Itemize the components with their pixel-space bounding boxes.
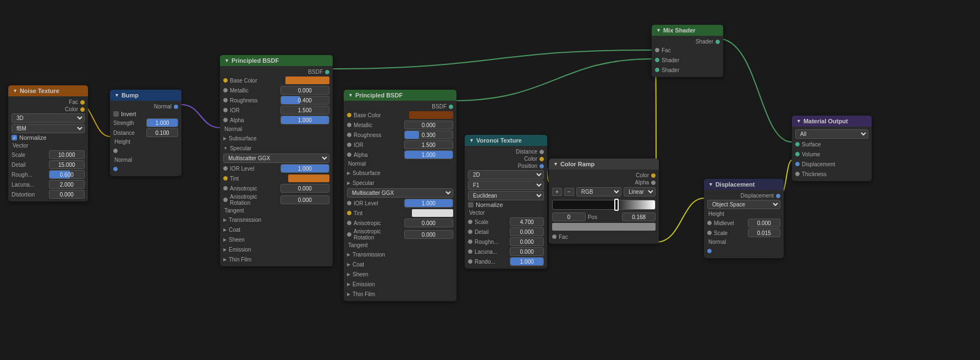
voronoi-euclidean-dropdown[interactable]: Euclidean — [468, 191, 544, 200]
pbsdf2-sheen-row[interactable]: ▶ Sheen — [344, 269, 456, 279]
voronoi-detail-row[interactable]: Detail 0.000 — [465, 227, 547, 237]
pbsdf1-metallic-field[interactable]: 0.000 — [280, 86, 330, 95]
color-ramp-mode-dropdown[interactable]: Linear — [624, 187, 656, 197]
bump-distance-field[interactable]: 0.100 — [146, 128, 178, 137]
mix-shader-collapse[interactable]: ▼ — [656, 28, 661, 33]
noise-3d-dropdown[interactable]: 3D — [12, 113, 85, 123]
displacement-space-dropdown[interactable]: Object Space — [707, 200, 780, 209]
pbsdf2-tint-swatch[interactable] — [412, 209, 453, 217]
bump-distance-row[interactable]: Distance 0.100 — [110, 128, 181, 138]
pbsdf2-ior-row[interactable]: IOR 1.500 — [344, 140, 456, 150]
color-ramp-pos-field[interactable]: 0.168 — [622, 212, 656, 221]
pbsdf2-iorlevel-row[interactable]: IOR Level 1.000 — [344, 198, 456, 208]
noise-lacunarity-row[interactable]: Lacuna... 2.000 — [8, 179, 88, 189]
color-ramp-remove-btn[interactable]: − — [564, 188, 574, 196]
pbsdf1-model-dropdown[interactable]: Multiscatter GGX — [223, 154, 329, 163]
noise-scale-field[interactable]: 10.000 — [49, 150, 85, 159]
color-ramp-bar[interactable] — [552, 200, 656, 210]
pbsdf1-ior-row[interactable]: IOR 1.500 — [220, 105, 333, 115]
voronoi-lacuna-field[interactable]: 0.000 — [510, 247, 544, 256]
pbsdf1-ior-field[interactable]: 1.500 — [280, 106, 330, 114]
pbsdf2-roughness-row[interactable]: Roughness 0.300 — [344, 130, 456, 140]
voronoi-roughn-field[interactable]: 0.000 — [510, 237, 544, 246]
pbsdf1-emission-row[interactable]: ▶ Emission — [220, 244, 333, 254]
pbsdf2-model-dropdown[interactable]: Multiscatter GGX — [347, 188, 453, 198]
voronoi-rando-field[interactable]: 1.000 — [510, 257, 544, 266]
voronoi-roughn-row[interactable]: Roughn... 0.000 — [465, 237, 547, 247]
pbsdf1-alpha-field[interactable]: 1.000 — [280, 116, 330, 124]
voronoi-scale-row[interactable]: Scale 4.700 — [465, 217, 547, 227]
pbsdf1-roughness-field[interactable]: 0.400 — [280, 96, 330, 105]
voronoi-lacuna-row[interactable]: Lacuna... 0.000 — [465, 247, 547, 257]
pbsdf1-basecolor-swatch[interactable] — [285, 77, 329, 84]
pbsdf1-roughness-row[interactable]: Roughness 0.400 — [220, 95, 333, 105]
pbsdf2-anisorot-field[interactable]: 0.000 — [404, 230, 454, 239]
bump-invert-check[interactable] — [113, 111, 119, 117]
noise-rough-field[interactable]: 0.600 — [49, 170, 85, 179]
color-ramp-index-field[interactable]: 0 — [552, 212, 586, 221]
pbsdf1-anisotropic-row[interactable]: Anisotropic 0.000 — [220, 183, 333, 193]
noise-scale-row[interactable]: Scale 10.000 — [8, 150, 88, 160]
displacement-scale-field[interactable]: 0.015 — [748, 228, 781, 237]
material-output-collapse[interactable]: ▼ — [796, 118, 801, 124]
noise-texture-collapse[interactable]: ▼ — [13, 88, 18, 94]
pbsdf1-subsurface-row[interactable]: ▶ Subsurface — [220, 133, 333, 143]
pbsdf2-alpha-row[interactable]: Alpha 1.000 — [344, 150, 456, 160]
bump-strength-field[interactable]: 1.000 — [146, 118, 178, 127]
pbsdf1-anisorot-row[interactable]: Anisotropic Rotation 0.000 — [220, 193, 333, 206]
pbsdf2-specular-row[interactable]: ▶ Specular — [344, 178, 456, 188]
pbsdf1-specular-row[interactable]: ▼ Specular — [220, 143, 333, 153]
noise-distortion-row[interactable]: Distortion 0.000 — [8, 189, 88, 199]
pbsdf2-basecolor-swatch[interactable] — [409, 111, 453, 119]
bump-collapse[interactable]: ▼ — [114, 92, 119, 98]
displacement-scale-row[interactable]: Scale 0.015 — [704, 228, 784, 238]
color-ramp-collapse[interactable]: ▼ — [553, 161, 558, 167]
color-ramp-swatch[interactable] — [552, 223, 656, 231]
voronoi-detail-field[interactable]: 0.000 — [510, 227, 544, 236]
pbsdf2-metallic-field[interactable]: 0.000 — [404, 121, 454, 129]
pbsdf2-emission-row[interactable]: ▶ Emission — [344, 279, 456, 289]
pbsdf1-anisorot-field[interactable]: 0.000 — [280, 195, 330, 204]
pbsdf2-anisorot-row[interactable]: Anisotropic Rotation 0.000 — [344, 228, 456, 241]
pbsdf1-iorlevel-field[interactable]: 1.000 — [280, 164, 330, 173]
bump-strength-row[interactable]: Strength 1.000 — [110, 118, 181, 128]
pbsdf2-collapse[interactable]: ▼ — [348, 92, 353, 98]
voronoi-rando-row[interactable]: Rando... 1.000 — [465, 257, 547, 266]
noise-normalize-check[interactable]: ✓ — [12, 135, 17, 140]
pbsdf1-alpha-row[interactable]: Alpha 1.000 — [220, 115, 333, 125]
noise-detail-field[interactable]: 15.000 — [49, 160, 85, 169]
pbsdf2-aniso-field[interactable]: 0.000 — [404, 219, 454, 227]
pbsdf1-thinfilm-row[interactable]: ▶ Thin Film — [220, 254, 333, 264]
voronoi-2d-dropdown[interactable]: 2D — [468, 170, 544, 179]
color-ramp-add-btn[interactable]: + — [552, 188, 562, 196]
pbsdf1-sheen-row[interactable]: ▶ Sheen — [220, 234, 333, 244]
matout-all-dropdown[interactable]: All — [795, 129, 868, 139]
color-ramp-stop[interactable] — [614, 199, 619, 211]
pbsdf2-iorlevel-field[interactable]: 1.000 — [404, 199, 454, 208]
displacement-collapse[interactable]: ▼ — [708, 182, 713, 187]
noise-lacunarity-field[interactable]: 2.000 — [49, 180, 85, 189]
pbsdf2-subsurface-row[interactable]: ▶ Subsurface — [344, 168, 456, 178]
pbsdf2-transmission-row[interactable]: ▶ Transmission — [344, 249, 456, 259]
pbsdf2-metallic-row[interactable]: Metallic 0.000 — [344, 120, 456, 130]
pbsdf1-tint-swatch[interactable] — [288, 174, 329, 182]
noise-fbm-dropdown[interactable]: fBM — [12, 124, 85, 133]
voronoi-f1-dropdown[interactable]: F1 — [468, 181, 544, 190]
noise-rough-row[interactable]: Rough... 0.600 — [8, 170, 88, 179]
pbsdf2-roughness-field[interactable]: 0.300 — [404, 130, 454, 139]
pbsdf2-thinfilm-row[interactable]: ▶ Thin Film — [344, 289, 456, 299]
pbsdf2-ior-field[interactable]: 1.500 — [404, 140, 454, 149]
color-ramp-interp-dropdown[interactable]: RGB — [576, 187, 621, 197]
pbsdf1-collapse[interactable]: ▼ — [224, 58, 229, 63]
pbsdf1-metallic-row[interactable]: Metallic 0.000 — [220, 85, 333, 95]
pbsdf2-alpha-field[interactable]: 1.000 — [404, 150, 454, 159]
pbsdf2-coat-row[interactable]: ▶ Coat — [344, 259, 456, 269]
voronoi-normalize-check[interactable] — [468, 202, 474, 208]
pbsdf1-aniso-field[interactable]: 0.000 — [280, 184, 330, 193]
voronoi-scale-field[interactable]: 4.700 — [510, 217, 544, 226]
noise-detail-row[interactable]: Detail 15.000 — [8, 160, 88, 170]
pbsdf1-iorlevel-row[interactable]: IOR Level 1.000 — [220, 163, 333, 173]
displacement-midlevel-field[interactable]: 0.000 — [748, 219, 781, 227]
pbsdf1-coat-row[interactable]: ▶ Coat — [220, 225, 333, 234]
displacement-midlevel-row[interactable]: Midlevel 0.000 — [704, 218, 784, 228]
